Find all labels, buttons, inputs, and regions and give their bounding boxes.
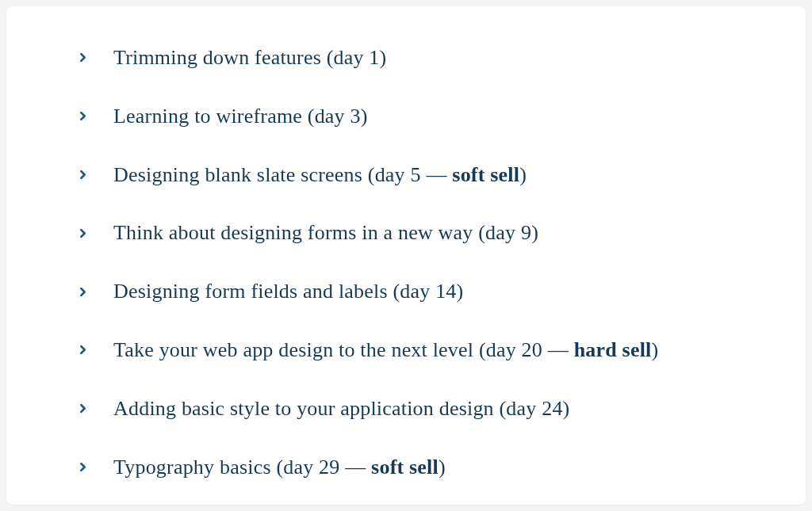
list-item: Think about designing forms in a new way… xyxy=(78,219,766,246)
chevron-right-icon xyxy=(78,170,88,180)
list-item-text: Learning to wireframe (day 3) xyxy=(113,103,368,130)
chevron-right-icon xyxy=(78,52,88,63)
lesson-list: Trimming down features (day 1) Learning … xyxy=(78,44,766,480)
chevron-right-icon xyxy=(78,403,88,414)
list-item-text: Adding basic style to your application d… xyxy=(113,395,569,422)
chevron-right-icon xyxy=(78,228,88,238)
list-item-text: Think about designing forms in a new way… xyxy=(113,219,538,246)
list-item: Designing form fields and labels (day 14… xyxy=(78,278,766,305)
chevron-right-icon xyxy=(78,111,88,121)
list-item-text: Trimming down features (day 1) xyxy=(113,44,386,71)
list-item-text: Take your web app design to the next lev… xyxy=(113,337,658,364)
chevron-right-icon xyxy=(78,287,88,297)
list-item-text: Designing form fields and labels (day 14… xyxy=(113,278,463,305)
list-item-text: Typography basics (day 29 — soft sell) xyxy=(113,454,446,481)
list-item: Typography basics (day 29 — soft sell) xyxy=(78,454,766,481)
list-item: Designing blank slate screens (day 5 — s… xyxy=(78,162,766,189)
chevron-right-icon xyxy=(78,345,88,355)
list-item: Adding basic style to your application d… xyxy=(78,395,766,422)
chevron-right-icon xyxy=(78,462,88,472)
content-card: Trimming down features (day 1) Learning … xyxy=(6,6,806,505)
list-item-text: Designing blank slate screens (day 5 — s… xyxy=(113,162,527,189)
list-item: Learning to wireframe (day 3) xyxy=(78,103,766,130)
list-item: Trimming down features (day 1) xyxy=(78,44,766,71)
list-item: Take your web app design to the next lev… xyxy=(78,337,766,364)
